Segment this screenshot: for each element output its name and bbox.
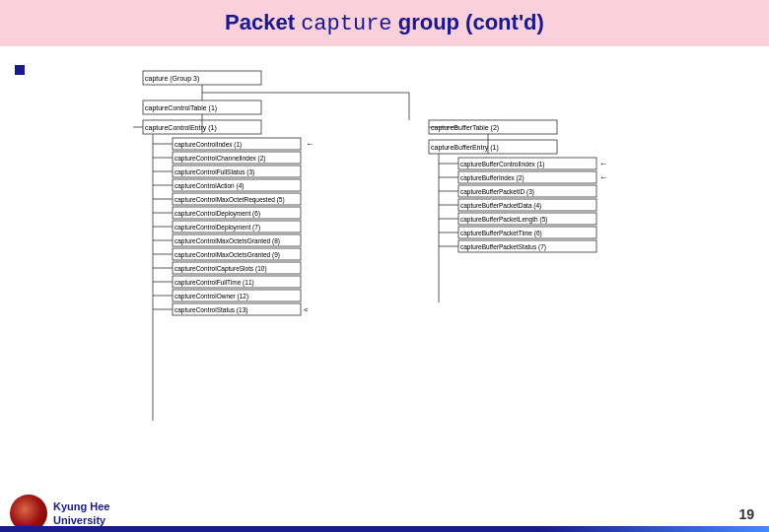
svg-text:←: ← bbox=[306, 139, 315, 149]
diagram-area: capture (Group 3) captureControlTable (1… bbox=[44, 56, 754, 490]
svg-text:captureBufferPacketData (4): captureBufferPacketData (4) bbox=[460, 202, 541, 210]
main-content: capture (Group 3) captureControlTable (1… bbox=[0, 46, 769, 499]
title-bold: Packet bbox=[225, 10, 301, 34]
svg-text:←: ← bbox=[599, 159, 608, 168]
diagram-svg: capture (Group 3) captureControlTable (1… bbox=[44, 56, 754, 490]
svg-text:captureBufferPacketStatus (7): captureBufferPacketStatus (7) bbox=[460, 243, 546, 251]
slide-title: Packet capture group (cont'd) bbox=[225, 10, 544, 36]
svg-text:captureControlDeployment (6): captureControlDeployment (6) bbox=[175, 210, 260, 218]
university-line1: Kyung Hee bbox=[53, 499, 109, 513]
svg-text:captureBufferPacketTime (6): captureBufferPacketTime (6) bbox=[460, 230, 542, 237]
title-rest: group (cont'd) bbox=[392, 10, 544, 34]
svg-text:captureControlOwner (12): captureControlOwner (12) bbox=[175, 293, 248, 300]
svg-text:captureControlCaptureSlots (10: captureControlCaptureSlots (10) bbox=[175, 265, 267, 273]
svg-text:captureControlMaxOctetsGranted: captureControlMaxOctetsGranted (9) bbox=[175, 251, 280, 259]
svg-text:captureControlDeployment (7): captureControlDeployment (7) bbox=[175, 224, 260, 232]
svg-text:captureControlStatus (13): captureControlStatus (13) bbox=[175, 306, 247, 314]
svg-text:captureBufferIndex (2): captureBufferIndex (2) bbox=[460, 174, 524, 182]
bullet-column bbox=[15, 56, 44, 490]
svg-text:captureBufferTable (2): captureBufferTable (2) bbox=[431, 124, 499, 132]
title-mono: capture bbox=[301, 12, 391, 36]
svg-text:<: < bbox=[304, 305, 309, 314]
svg-text:captureControlFullStatus (3): captureControlFullStatus (3) bbox=[175, 168, 254, 176]
svg-text:captureControlEntry (1): captureControlEntry (1) bbox=[145, 124, 217, 132]
svg-text:captureControlAction (4): captureControlAction (4) bbox=[175, 182, 244, 190]
university-name: Kyung Hee University bbox=[53, 499, 109, 528]
svg-text:captureControlIndex (1): captureControlIndex (1) bbox=[175, 141, 242, 149]
svg-text:captureControlFullTime (11): captureControlFullTime (11) bbox=[175, 279, 254, 287]
page-number: 19 bbox=[738, 506, 754, 522]
svg-text:captureControlTable (1): captureControlTable (1) bbox=[145, 104, 217, 112]
svg-text:captureBufferPacketLength (5): captureBufferPacketLength (5) bbox=[460, 216, 547, 224]
svg-text:captureControlChannelIndex (2): captureControlChannelIndex (2) bbox=[175, 155, 266, 163]
slide-header: Packet capture group (cont'd) bbox=[0, 0, 769, 46]
svg-text:captureBufferPacketID (3): captureBufferPacketID (3) bbox=[460, 188, 534, 196]
svg-text:captureBufferEntry (1): captureBufferEntry (1) bbox=[431, 144, 499, 152]
svg-text:captureBufferControlIndex (1): captureBufferControlIndex (1) bbox=[460, 161, 545, 168]
svg-text:←: ← bbox=[599, 172, 608, 182]
bullet-point bbox=[15, 65, 25, 75]
svg-text:captureControlMaxOctetsGranted: captureControlMaxOctetsGranted (8) bbox=[175, 237, 280, 245]
svg-text:captureControlMaxOctetRequeste: captureControlMaxOctetRequested (5) bbox=[175, 196, 285, 204]
svg-text:capture (Group 3): capture (Group 3) bbox=[145, 75, 199, 83]
footer: Kyung Hee University 19 bbox=[0, 495, 769, 532]
footer-bar bbox=[0, 526, 769, 532]
